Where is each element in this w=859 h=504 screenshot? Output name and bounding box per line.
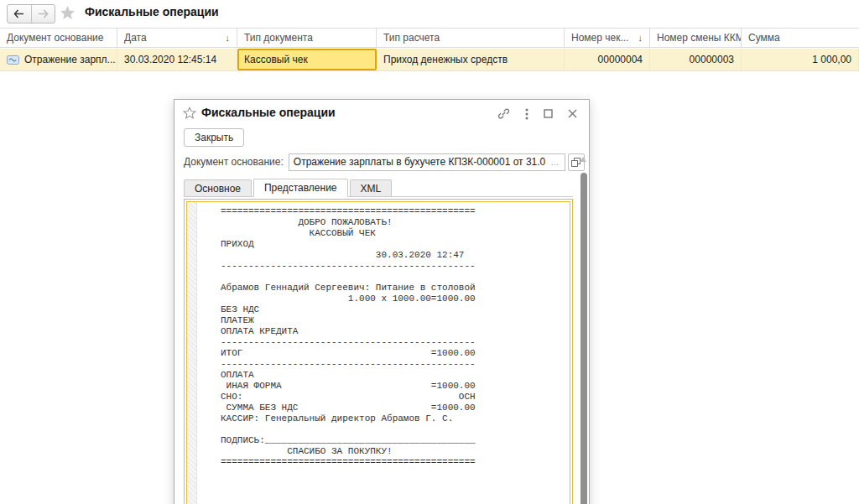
back-button[interactable] — [8, 5, 32, 23]
sheet-left-margin — [187, 202, 197, 504]
close-icon[interactable] — [568, 109, 577, 118]
favorite-star-outline-icon[interactable] — [183, 107, 196, 122]
cell-sum[interactable]: 1 000,00 — [742, 49, 859, 70]
column-header-calc-type[interactable]: Тип расчета — [377, 29, 565, 47]
cell-check-number[interactable]: 00000004 — [565, 49, 650, 70]
dialog-tabs: Основное Представление XML — [184, 179, 573, 197]
arrow-right-icon — [38, 9, 49, 18]
cell-shift-number[interactable]: 00000003 — [650, 49, 742, 70]
scroll-up-icon[interactable] — [580, 157, 586, 162]
cell-document[interactable]: Отражение зарпл... — [0, 49, 117, 70]
column-header-check-number[interactable]: Номер чек...↓ — [565, 29, 650, 47]
receipt-paper: ========================================… — [186, 201, 570, 504]
receipt-text: ========================================… — [197, 202, 476, 504]
receipt-sheet[interactable]: ========================================… — [184, 199, 573, 504]
base-document-field-row: Документ основание: Отражение зарплаты в… — [184, 153, 585, 171]
dialog-scrollbar — [580, 153, 587, 504]
link-icon[interactable] — [497, 107, 510, 120]
tab-xml[interactable]: XML — [350, 179, 393, 196]
close-dialog-button[interactable]: Закрыть — [184, 128, 244, 147]
choose-button[interactable]: ... — [545, 157, 565, 167]
table-row[interactable]: Отражение зарпл... 30.03.2020 12:45:14 К… — [0, 49, 859, 71]
column-header-sum[interactable]: Сумма — [742, 29, 859, 47]
more-menu-icon[interactable] — [525, 108, 528, 120]
forward-button[interactable] — [32, 5, 55, 23]
history-nav-group — [7, 4, 55, 23]
column-header-doc-type[interactable]: Тип документа — [237, 29, 377, 47]
cell-doc-type-selected[interactable]: Кассовый чек — [237, 49, 377, 70]
favorite-star-icon[interactable] — [60, 5, 75, 23]
base-document-label: Документ основание: — [184, 156, 284, 168]
column-header-date[interactable]: Дата↓ — [117, 29, 237, 47]
tab-osnovnoe[interactable]: Основное — [184, 179, 252, 196]
arrow-left-icon — [13, 9, 24, 18]
sort-down-icon: ↓ — [638, 33, 643, 43]
column-header-shift-number[interactable]: Номер смены ККМ — [650, 29, 742, 47]
tab-predstavlenie[interactable]: Представление — [253, 179, 348, 197]
base-document-value: Отражение зарплаты в бухучете КПЗК-00000… — [294, 156, 545, 168]
maximize-icon[interactable] — [544, 109, 553, 118]
sort-down-icon: ↓ — [226, 33, 231, 43]
page-title: Фискальные операции — [85, 5, 219, 18]
app-window: Фискальные операции Документ основание Д… — [0, 0, 859, 504]
dialog-title: Фискальные операции — [201, 106, 336, 119]
column-header-document[interactable]: Документ основание — [0, 29, 117, 47]
fiscal-operation-dialog: Фискальные операции Закрыть Документ ос — [174, 99, 590, 504]
base-document-input[interactable]: Отражение зарплаты в бухучете КПЗК-00000… — [289, 153, 565, 171]
dialog-titlebar-actions — [497, 107, 577, 120]
document-icon — [7, 55, 19, 65]
cell-calc-type[interactable]: Приход денежных средств — [377, 49, 565, 70]
scrollbar-thumb[interactable] — [580, 173, 587, 504]
table-header: Документ основание Дата↓ Тип документа Т… — [0, 28, 859, 48]
cell-date[interactable]: 30.03.2020 12:45:14 — [117, 49, 237, 70]
